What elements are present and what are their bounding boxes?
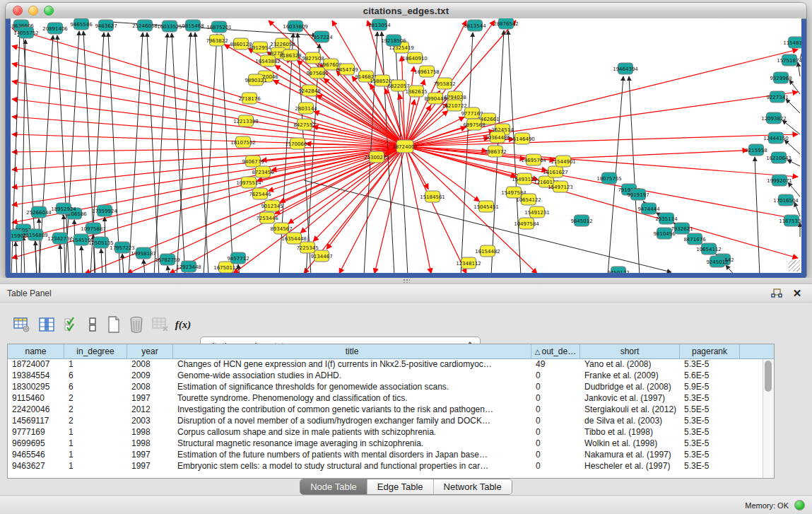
citation-edge-red[interactable] [405, 146, 466, 273]
close-panel-icon[interactable]: ✕ [789, 287, 805, 300]
table-vertical-scrollbar[interactable] [763, 359, 774, 478]
table-mode-icon[interactable] [13, 315, 31, 334]
table-row[interactable]: 969969511998Structural magnetic resonanc… [8, 438, 763, 450]
citation-edge-black[interactable] [147, 33, 159, 273]
table-row[interactable]: 946362711997Embryonic stem cells: a mode… [8, 461, 763, 472]
table-cell: Tibbo et al. (1998) [580, 427, 680, 438]
table-row[interactable]: 911546021997Tourette syndrome. Phenomeno… [8, 393, 763, 404]
citation-edge-black[interactable] [784, 140, 800, 154]
tab-network-table[interactable]: Network Table [434, 479, 512, 494]
citation-edge-black[interactable] [726, 265, 735, 273]
close-window-button[interactable] [13, 6, 23, 16]
table-cell: 0 [531, 427, 580, 438]
citation-edge-red[interactable] [12, 64, 405, 146]
citation-edge-black[interactable] [177, 33, 191, 273]
tab-node-table[interactable]: Node Table [300, 479, 367, 494]
float-window-icon[interactable] [770, 287, 784, 300]
minimize-window-button[interactable] [28, 6, 38, 16]
citation-edge-red[interactable] [405, 146, 798, 258]
table-row[interactable]: 977716911998Corpus callosum shape and si… [8, 427, 763, 438]
table-row[interactable]: 1456911722003Disruption of a novel membe… [8, 416, 763, 427]
graph-node-label: 2935114 [655, 216, 678, 222]
citation-edge-black[interactable] [755, 157, 760, 273]
citation-edge-black[interactable] [167, 266, 169, 273]
citation-edge-black[interactable] [508, 30, 521, 273]
citation-edge-red[interactable] [405, 146, 431, 273]
column-header-in_degree[interactable]: in_degree [64, 344, 127, 358]
delete-columns-icon[interactable] [127, 315, 146, 334]
graph-node-label: 9463627 [95, 23, 117, 29]
table-cell: 9777169 [8, 427, 64, 438]
rows-icon[interactable] [83, 315, 102, 334]
citation-edge-black[interactable] [782, 120, 800, 134]
citation-edge-red[interactable] [405, 92, 798, 146]
graph-node-label: 15491231 [524, 210, 550, 216]
graph-node-label: 15184561 [420, 194, 445, 200]
table-cell: 9463627 [8, 461, 64, 472]
graph-node-label: 17359924 [92, 209, 117, 214]
memory-ok-indicator-icon[interactable] [794, 500, 805, 510]
scrollbar-thumb[interactable] [765, 361, 772, 392]
graph-node-label: 9815468 [182, 23, 204, 29]
column-header-name[interactable]: name [8, 344, 64, 358]
attribute-table: namein_degreeyeartitle△out_de…shortpager… [7, 344, 775, 479]
table-row[interactable]: 946554611997Estimation of the future num… [8, 450, 763, 461]
splitter-handle[interactable] [403, 279, 410, 283]
graph-node-label: 10975887 [81, 226, 106, 232]
column-header-short[interactable]: short [580, 344, 680, 358]
citation-edge-red[interactable] [405, 146, 479, 201]
graph-node-label: 11700661 [285, 141, 310, 147]
table-cell: Changes of HCN gene expression and I(f) … [173, 359, 531, 370]
column-header-out_de[interactable]: △out_de… [531, 344, 580, 358]
table-cell: 2008 [127, 359, 173, 370]
citation-edge-black[interactable] [172, 33, 185, 273]
network-canvas[interactable]: 1872400779638228860128891295423226058982… [11, 18, 801, 273]
zoom-window-button[interactable] [44, 6, 54, 16]
table-cell: Disruption of a novel member of a sodium… [173, 416, 531, 427]
table-row[interactable]: 1872400712008Changes of HCN gene express… [8, 359, 763, 370]
citation-edge-red[interactable] [12, 146, 405, 240]
citation-edge-black[interactable] [108, 33, 120, 273]
window-resize-grip[interactable] [789, 260, 800, 271]
network-window-titlebar[interactable]: citations_edges.txt [6, 3, 806, 19]
function-builder-icon[interactable]: f(x) [174, 315, 192, 334]
select-columns-icon[interactable] [62, 315, 81, 334]
citation-edge-red[interactable] [12, 28, 405, 146]
citation-edge-black[interactable] [195, 33, 208, 273]
table-cell: 1 [64, 450, 127, 461]
citation-edge-black[interactable] [129, 33, 143, 273]
citation-edge-red[interactable] [12, 81, 405, 146]
table-row[interactable]: 1830029562008Estimation of significance … [8, 382, 763, 393]
table-row[interactable]: 2242004622012Investigating the contribut… [8, 404, 763, 416]
graph-node-label: 8813544 [464, 23, 486, 29]
citation-edge-black[interactable] [629, 76, 640, 273]
column-header-pagerank[interactable]: pagerank [680, 344, 740, 358]
tab-edge-table[interactable]: Edge Table [367, 479, 434, 494]
citation-edge-black[interactable] [81, 246, 83, 273]
citation-edge-black[interactable] [221, 34, 233, 273]
citation-edge-red[interactable] [339, 146, 405, 273]
window-title: citations_edges.txt [6, 6, 806, 16]
citation-edge-black[interactable] [122, 254, 124, 273]
panel-splitter[interactable] [0, 278, 812, 284]
table-cell: 1998 [127, 427, 173, 438]
citation-edge-black[interactable] [74, 220, 76, 273]
citation-edge-black[interactable] [794, 202, 800, 216]
table-row[interactable]: 1938455462009Genome-wide association stu… [8, 370, 763, 382]
citation-edge-black[interactable] [101, 249, 102, 273]
citation-edge-black[interactable] [798, 62, 800, 76]
citation-edge-black[interactable] [154, 33, 167, 273]
citation-edge-black[interactable] [789, 80, 800, 94]
citation-edge-black[interactable] [60, 245, 61, 273]
graph-node-label: 15045451 [473, 204, 499, 210]
column-header-year[interactable]: year [127, 344, 173, 358]
citation-edge-black[interactable] [786, 99, 800, 113]
table-cell: Genome-wide association studies in ADHD. [173, 370, 531, 382]
new-column-icon[interactable] [105, 315, 123, 334]
citation-edge-red[interactable] [12, 146, 405, 152]
show-columns-icon[interactable] [37, 315, 56, 334]
citation-edge-black[interactable] [204, 34, 217, 273]
network-graph[interactable]: 1872400779638228860128891295423226058982… [11, 18, 801, 273]
table-cell: de Silva et al. (2003) [580, 416, 680, 427]
column-header-title[interactable]: title [173, 344, 531, 358]
